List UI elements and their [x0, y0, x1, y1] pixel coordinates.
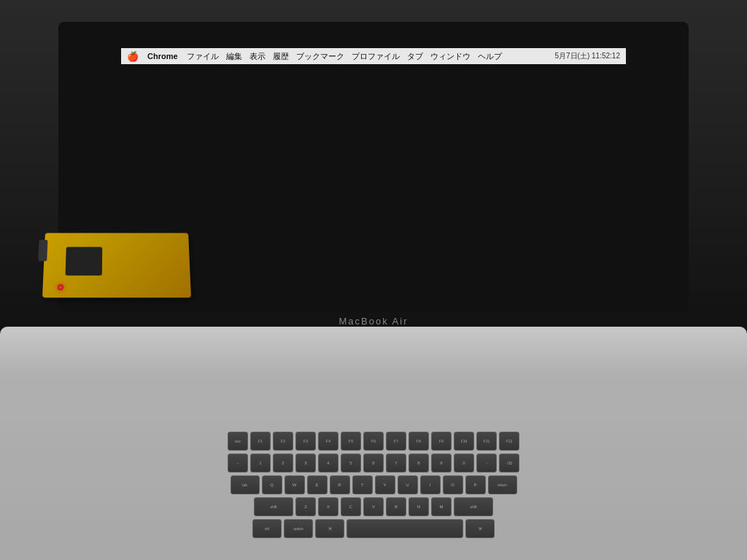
- key-1[interactable]: 1: [250, 454, 271, 472]
- key-ctrl[interactable]: ctrl: [252, 519, 282, 538]
- key-tab[interactable]: tab: [231, 475, 260, 494]
- pcb-led: [58, 284, 63, 290]
- key-space[interactable]: [347, 519, 463, 538]
- bottom-key-row: ctrl option ⌘ ⌘: [73, 519, 674, 538]
- key-7[interactable]: 7: [386, 454, 406, 472]
- active-app-label: Chrome: [147, 52, 178, 61]
- key-tilde[interactable]: ~: [228, 454, 248, 472]
- key-f1[interactable]: F1: [250, 432, 271, 451]
- key-f10[interactable]: F10: [454, 432, 474, 451]
- key-f5[interactable]: F5: [341, 432, 361, 451]
- key-cmd-left[interactable]: ⌘: [315, 519, 344, 538]
- keyboard-area: esc F1 F2 F3 F4 F5 F6 F7 F8 F9 F10 F11 F…: [0, 327, 747, 560]
- key-e[interactable]: E: [307, 475, 328, 494]
- key-n[interactable]: N: [409, 497, 429, 516]
- key-3[interactable]: 3: [295, 454, 316, 472]
- macbook-label: MacBook Air: [339, 316, 409, 327]
- key-f3[interactable]: F3: [295, 432, 316, 451]
- hardware-pcb: [42, 233, 191, 298]
- menu-items[interactable]: ファイル 編集 表示 履歴 ブックマーク プロファイル タブ ウィンドウ ヘルプ: [187, 51, 502, 62]
- key-z[interactable]: Z: [295, 497, 316, 516]
- key-m[interactable]: M: [431, 497, 452, 516]
- keyboard-rows: esc F1 F2 F3 F4 F5 F6 F7 F8 F9 F10 F11 F…: [73, 432, 674, 538]
- datetime-label: 5月7日(土) 11:52:12: [555, 51, 621, 61]
- key-2[interactable]: 2: [273, 454, 293, 472]
- key-shift-right[interactable]: shift: [454, 497, 493, 516]
- key-minus[interactable]: -: [476, 454, 497, 472]
- key-esc[interactable]: esc: [228, 432, 248, 451]
- key-return[interactable]: return: [488, 475, 517, 494]
- key-6[interactable]: 6: [363, 454, 384, 472]
- key-q[interactable]: Q: [262, 475, 282, 494]
- key-r[interactable]: R: [330, 475, 350, 494]
- key-cmd-right[interactable]: ⌘: [465, 519, 495, 538]
- key-b[interactable]: B: [386, 497, 406, 516]
- key-f9[interactable]: F9: [431, 432, 452, 451]
- key-option[interactable]: option: [284, 519, 313, 538]
- space-key-row: shift Z X C V B N M shift: [73, 497, 674, 516]
- key-w[interactable]: W: [285, 475, 305, 494]
- key-c[interactable]: C: [341, 497, 361, 516]
- number-key-row: ~ 1 2 3 4 5 6 7 8 9 0 - ⌫: [73, 454, 674, 472]
- key-5[interactable]: 5: [341, 454, 361, 472]
- key-0[interactable]: 0: [454, 454, 474, 472]
- key-v[interactable]: V: [363, 497, 384, 516]
- pcb-microchip: [66, 247, 103, 276]
- key-u[interactable]: U: [398, 475, 418, 494]
- key-f11[interactable]: F11: [476, 432, 497, 451]
- key-f8[interactable]: F8: [409, 432, 429, 451]
- key-t[interactable]: T: [352, 475, 373, 494]
- key-f4[interactable]: F4: [318, 432, 338, 451]
- key-y[interactable]: Y: [375, 475, 395, 494]
- key-x[interactable]: X: [318, 497, 338, 516]
- key-4[interactable]: 4: [318, 454, 338, 472]
- key-i[interactable]: I: [420, 475, 441, 494]
- macos-menubar: 🍎 Chrome ファイル 編集 表示 履歴 ブックマーク プロファイル タブ …: [121, 48, 626, 64]
- key-f6[interactable]: F6: [363, 432, 384, 451]
- key-9[interactable]: 9: [431, 454, 452, 472]
- key-backspace[interactable]: ⌫: [499, 454, 519, 472]
- key-8[interactable]: 8: [409, 454, 429, 472]
- qwerty-key-row: tab Q W E R T Y U I O P return: [73, 475, 674, 494]
- key-o[interactable]: O: [443, 475, 463, 494]
- menu-right-items: 5月7日(土) 11:52:12: [555, 51, 621, 61]
- function-key-row: esc F1 F2 F3 F4 F5 F6 F7 F8 F9 F10 F11 F…: [73, 432, 674, 451]
- key-f2[interactable]: F2: [273, 432, 293, 451]
- key-shift-left[interactable]: shift: [254, 497, 293, 516]
- key-f12[interactable]: F12: [499, 432, 519, 451]
- key-p[interactable]: P: [465, 475, 486, 494]
- apple-icon: 🍎: [127, 51, 139, 62]
- key-f7[interactable]: F7: [386, 432, 406, 451]
- pcb-usb-connector: [38, 240, 47, 261]
